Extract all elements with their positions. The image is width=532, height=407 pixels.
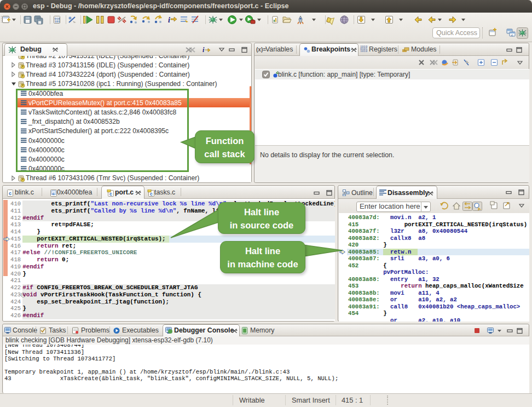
svg-text:101: 101 <box>55 20 61 24</box>
svg-text:i: i <box>203 47 205 53</box>
svg-text:c: c <box>9 191 11 196</box>
svg-text:i: i <box>168 16 170 24</box>
